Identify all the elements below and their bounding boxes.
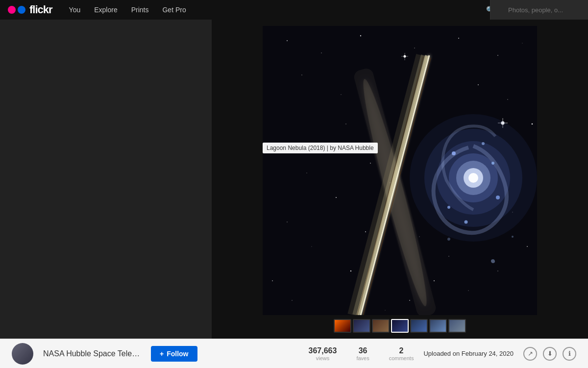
galaxy-image [263,26,537,315]
svg-point-29 [448,256,449,257]
svg-point-64 [512,236,514,238]
logo-dot-pink [8,6,16,14]
search-input[interactable] [490,0,588,20]
svg-point-3 [360,35,361,36]
thumb-2[interactable] [353,319,370,333]
follow-plus-icon: + [160,350,164,358]
owner-avatar[interactable] [12,343,33,365]
thumb-1[interactable] [334,319,351,333]
svg-point-1 [287,40,288,41]
svg-point-25 [468,290,468,291]
svg-point-5 [458,38,459,39]
comments-label: comments [389,355,414,361]
photo-main: Lagoon Nebula (2018) | by NASA Hubble [212,20,588,339]
owner-name: NASA Hubble Space Teles... [43,349,141,358]
svg-point-8 [301,74,302,75]
stat-comments: 2 comments [389,346,414,361]
views-label: views [309,355,337,361]
svg-point-23 [527,246,528,247]
svg-point-9 [341,94,341,95]
svg-point-55 [468,173,478,183]
stats-group: 367,663 views 36 faves 2 comments [309,346,414,361]
svg-point-61 [482,142,485,145]
svg-point-7 [522,43,522,43]
photo-container[interactable]: Lagoon Nebula (2018) | by NASA Hubble [263,26,537,315]
views-value: 367,663 [309,346,337,355]
tooltip-text: Lagoon Nebula (2018) | by NASA Hubble [267,145,374,151]
svg-point-27 [409,300,410,301]
svg-point-12 [532,123,533,124]
bottom-bar: NASA Hubble Space Teles... + Follow 367,… [0,339,588,368]
faves-label: faves [356,355,369,361]
svg-point-31 [370,163,371,164]
info-icon[interactable]: ℹ [563,347,576,361]
svg-point-6 [497,55,498,56]
flickr-logo[interactable]: flickr [8,3,52,16]
thumb-5[interactable] [410,319,428,333]
nav-explore[interactable]: Explore [89,6,122,14]
action-icons: ↗ ⬇ ℹ [523,347,576,361]
share-icon[interactable]: ↗ [523,347,537,361]
svg-point-56 [452,151,456,155]
search-wrapper: 🔍 [480,0,588,20]
photo-tooltip: Lagoon Nebula (2018) | by NASA Hubble [263,143,378,153]
svg-point-57 [491,162,494,165]
svg-point-30 [419,236,419,237]
svg-point-28 [385,310,385,310]
nav-getpro[interactable]: Get Pro [157,6,191,14]
follow-label: Follow [167,350,188,358]
svg-point-20 [292,300,292,300]
avatar-image [12,343,33,365]
svg-point-34 [345,123,346,124]
svg-point-16 [287,221,288,222]
svg-point-2 [321,52,322,53]
nav-prints[interactable]: Prints [126,6,154,14]
navbar: flickr You Explore Prints Get Pro 🔍 [0,0,588,20]
svg-point-17 [311,246,312,246]
logo-dot-blue [18,6,25,14]
thumb-4[interactable] [391,319,409,333]
left-panel [0,20,212,339]
svg-point-59 [447,206,450,209]
upload-info: Uploaded on February 24, 2020 [423,350,514,357]
thumbnail-strip [334,319,466,333]
photo-area: Lagoon Nebula (2018) | by NASA Hubble [0,20,588,339]
svg-point-26 [434,280,435,281]
svg-point-18 [350,270,351,271]
thumb-6[interactable] [429,319,447,333]
comments-value: 2 [389,346,414,355]
svg-point-4 [414,48,415,48]
svg-point-19 [272,280,273,281]
nav-you[interactable]: You [64,6,86,14]
svg-point-14 [306,172,307,173]
svg-point-58 [496,196,500,199]
svg-point-60 [465,220,468,223]
svg-point-15 [336,196,337,197]
download-icon[interactable]: ⬇ [543,347,557,361]
logo-text: flickr [29,3,52,16]
follow-button[interactable]: + Follow [151,346,197,362]
svg-point-10 [478,84,479,85]
svg-point-33 [365,231,366,232]
thumb-3[interactable] [372,319,390,333]
thumb-7[interactable] [448,319,466,333]
faves-value: 36 [356,346,369,355]
svg-point-11 [507,99,508,100]
stat-views: 367,663 views [309,346,337,361]
svg-point-24 [497,270,498,271]
stat-faves: 36 faves [356,346,369,361]
